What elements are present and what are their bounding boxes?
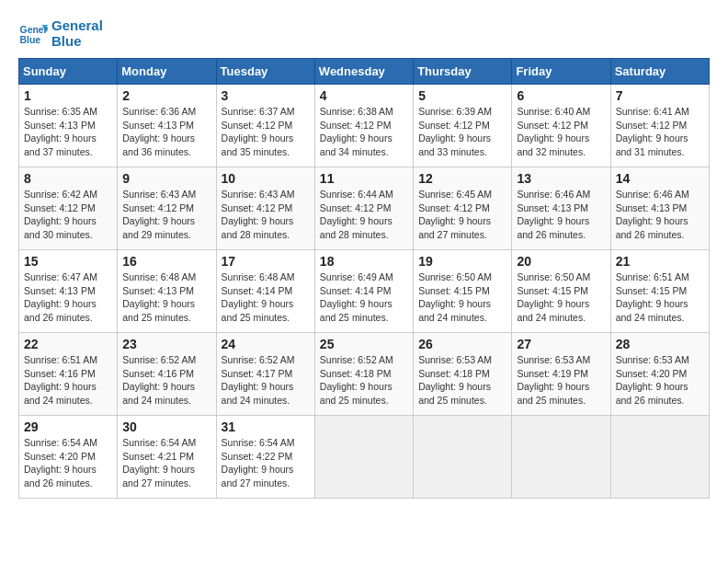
day-cell-1: 1 Sunrise: 6:35 AMSunset: 4:13 PMDayligh… — [19, 85, 118, 167]
day-info: Sunrise: 6:48 AMSunset: 4:14 PMDaylight:… — [222, 270, 310, 325]
day-cell-29: 29 Sunrise: 6:54 AMSunset: 4:20 PMDaylig… — [19, 416, 118, 499]
day-cell-8: 8 Sunrise: 6:42 AMSunset: 4:12 PMDayligh… — [19, 167, 118, 250]
day-info: Sunrise: 6:45 AMSunset: 4:12 PMDaylight:… — [418, 188, 506, 242]
header-saturday: Saturday — [610, 59, 709, 85]
day-number: 7 — [616, 88, 704, 103]
day-cell-7: 7 Sunrise: 6:41 AMSunset: 4:12 PMDayligh… — [610, 85, 709, 167]
day-info: Sunrise: 6:51 AMSunset: 4:16 PMDaylight:… — [24, 353, 112, 408]
day-cell-5: 5 Sunrise: 6:39 AMSunset: 4:12 PMDayligh… — [414, 85, 512, 167]
day-info: Sunrise: 6:54 AMSunset: 4:21 PMDaylight:… — [122, 436, 210, 490]
day-cell-27: 27 Sunrise: 6:53 AMSunset: 4:19 PMDaylig… — [512, 333, 610, 416]
day-cell-20: 20 Sunrise: 6:50 AMSunset: 4:15 PMDaylig… — [512, 250, 610, 333]
day-number: 27 — [517, 337, 605, 351]
day-cell-14: 14 Sunrise: 6:46 AMSunset: 4:13 PMDaylig… — [610, 167, 709, 250]
day-number: 9 — [122, 171, 210, 186]
calendar-week-row: 8 Sunrise: 6:42 AMSunset: 4:12 PMDayligh… — [19, 167, 710, 250]
day-info: Sunrise: 6:46 AMSunset: 4:13 PMDaylight:… — [616, 188, 704, 242]
day-number: 16 — [122, 254, 210, 269]
day-info: Sunrise: 6:48 AMSunset: 4:13 PMDaylight:… — [122, 270, 210, 325]
day-cell-30: 30 Sunrise: 6:54 AMSunset: 4:21 PMDaylig… — [118, 416, 216, 499]
calendar-week-row: 15 Sunrise: 6:47 AMSunset: 4:13 PMDaylig… — [19, 250, 710, 333]
day-cell-4: 4 Sunrise: 6:38 AMSunset: 4:12 PMDayligh… — [314, 85, 413, 167]
day-number: 6 — [517, 88, 605, 103]
day-number: 19 — [418, 254, 506, 269]
day-info: Sunrise: 6:50 AMSunset: 4:15 PMDaylight:… — [418, 270, 506, 325]
day-cell-15: 15 Sunrise: 6:47 AMSunset: 4:13 PMDaylig… — [19, 250, 118, 333]
day-number: 8 — [24, 171, 112, 186]
logo: General Blue General Blue — [18, 18, 103, 49]
day-number: 15 — [24, 254, 112, 269]
day-cell-12: 12 Sunrise: 6:45 AMSunset: 4:12 PMDaylig… — [414, 167, 512, 250]
day-number: 28 — [616, 337, 704, 351]
day-info: Sunrise: 6:52 AMSunset: 4:16 PMDaylight:… — [122, 353, 210, 408]
day-number: 29 — [24, 419, 112, 434]
day-number: 4 — [320, 88, 408, 103]
day-info: Sunrise: 6:54 AMSunset: 4:20 PMDaylight:… — [24, 436, 112, 490]
logo-icon: General Blue — [18, 21, 48, 47]
day-cell-3: 3 Sunrise: 6:37 AMSunset: 4:12 PMDayligh… — [216, 85, 314, 167]
day-cell-23: 23 Sunrise: 6:52 AMSunset: 4:16 PMDaylig… — [118, 333, 216, 416]
day-cell-10: 10 Sunrise: 6:43 AMSunset: 4:12 PMDaylig… — [216, 167, 314, 250]
day-cell-21: 21 Sunrise: 6:51 AMSunset: 4:15 PMDaylig… — [610, 250, 709, 333]
day-cell-25: 25 Sunrise: 6:52 AMSunset: 4:18 PMDaylig… — [314, 333, 413, 416]
day-number: 13 — [517, 171, 605, 186]
day-info: Sunrise: 6:41 AMSunset: 4:12 PMDaylight:… — [616, 105, 704, 159]
day-number: 23 — [122, 337, 210, 351]
day-number: 25 — [320, 337, 408, 351]
day-cell-11: 11 Sunrise: 6:44 AMSunset: 4:12 PMDaylig… — [314, 167, 413, 250]
day-info: Sunrise: 6:42 AMSunset: 4:12 PMDaylight:… — [24, 188, 112, 242]
day-number: 26 — [418, 337, 506, 351]
day-number: 17 — [222, 254, 310, 269]
day-info: Sunrise: 6:39 AMSunset: 4:12 PMDaylight:… — [418, 105, 506, 159]
day-number: 20 — [517, 254, 605, 269]
day-number: 11 — [320, 171, 408, 186]
empty-cell — [512, 416, 610, 499]
day-number: 31 — [222, 419, 310, 434]
empty-cell — [610, 416, 709, 499]
header-thursday: Thursday — [414, 59, 512, 85]
day-number: 24 — [222, 337, 310, 351]
header-wednesday: Wednesday — [314, 59, 413, 85]
day-number: 12 — [418, 171, 506, 186]
day-cell-22: 22 Sunrise: 6:51 AMSunset: 4:16 PMDaylig… — [19, 333, 118, 416]
day-info: Sunrise: 6:52 AMSunset: 4:17 PMDaylight:… — [222, 353, 310, 408]
day-info: Sunrise: 6:38 AMSunset: 4:12 PMDaylight:… — [320, 105, 408, 159]
day-cell-26: 26 Sunrise: 6:53 AMSunset: 4:18 PMDaylig… — [414, 333, 512, 416]
calendar-week-row: 29 Sunrise: 6:54 AMSunset: 4:20 PMDaylig… — [19, 416, 710, 499]
day-info: Sunrise: 6:53 AMSunset: 4:18 PMDaylight:… — [418, 353, 506, 408]
page-header: General Blue General Blue — [18, 18, 710, 49]
day-info: Sunrise: 6:54 AMSunset: 4:22 PMDaylight:… — [222, 436, 310, 490]
day-cell-16: 16 Sunrise: 6:48 AMSunset: 4:13 PMDaylig… — [118, 250, 216, 333]
day-info: Sunrise: 6:51 AMSunset: 4:15 PMDaylight:… — [616, 270, 704, 325]
day-cell-19: 19 Sunrise: 6:50 AMSunset: 4:15 PMDaylig… — [414, 250, 512, 333]
calendar-week-row: 1 Sunrise: 6:35 AMSunset: 4:13 PMDayligh… — [19, 85, 710, 167]
calendar-header-row: SundayMondayTuesdayWednesdayThursdayFrid… — [19, 59, 710, 85]
day-cell-9: 9 Sunrise: 6:43 AMSunset: 4:12 PMDayligh… — [118, 167, 216, 250]
empty-cell — [314, 416, 413, 499]
day-cell-24: 24 Sunrise: 6:52 AMSunset: 4:17 PMDaylig… — [216, 333, 314, 416]
day-number: 5 — [418, 88, 506, 103]
calendar-week-row: 22 Sunrise: 6:51 AMSunset: 4:16 PMDaylig… — [19, 333, 710, 416]
header-monday: Monday — [118, 59, 216, 85]
day-info: Sunrise: 6:46 AMSunset: 4:13 PMDaylight:… — [517, 188, 605, 242]
day-cell-13: 13 Sunrise: 6:46 AMSunset: 4:13 PMDaylig… — [512, 167, 610, 250]
header-sunday: Sunday — [19, 59, 118, 85]
day-cell-18: 18 Sunrise: 6:49 AMSunset: 4:14 PMDaylig… — [314, 250, 413, 333]
header-friday: Friday — [512, 59, 610, 85]
day-cell-17: 17 Sunrise: 6:48 AMSunset: 4:14 PMDaylig… — [216, 250, 314, 333]
day-number: 3 — [222, 88, 310, 103]
day-info: Sunrise: 6:40 AMSunset: 4:12 PMDaylight:… — [517, 105, 605, 159]
day-cell-31: 31 Sunrise: 6:54 AMSunset: 4:22 PMDaylig… — [216, 416, 314, 499]
day-info: Sunrise: 6:44 AMSunset: 4:12 PMDaylight:… — [320, 188, 408, 242]
day-info: Sunrise: 6:36 AMSunset: 4:13 PMDaylight:… — [122, 105, 210, 159]
day-info: Sunrise: 6:49 AMSunset: 4:14 PMDaylight:… — [320, 270, 408, 325]
day-number: 22 — [24, 337, 112, 351]
day-info: Sunrise: 6:43 AMSunset: 4:12 PMDaylight:… — [222, 188, 310, 242]
day-number: 18 — [320, 254, 408, 269]
logo-text: General Blue — [51, 18, 103, 49]
day-info: Sunrise: 6:47 AMSunset: 4:13 PMDaylight:… — [24, 270, 112, 325]
day-info: Sunrise: 6:50 AMSunset: 4:15 PMDaylight:… — [517, 270, 605, 325]
day-number: 1 — [24, 88, 112, 103]
day-cell-2: 2 Sunrise: 6:36 AMSunset: 4:13 PMDayligh… — [118, 85, 216, 167]
day-number: 30 — [122, 419, 210, 434]
